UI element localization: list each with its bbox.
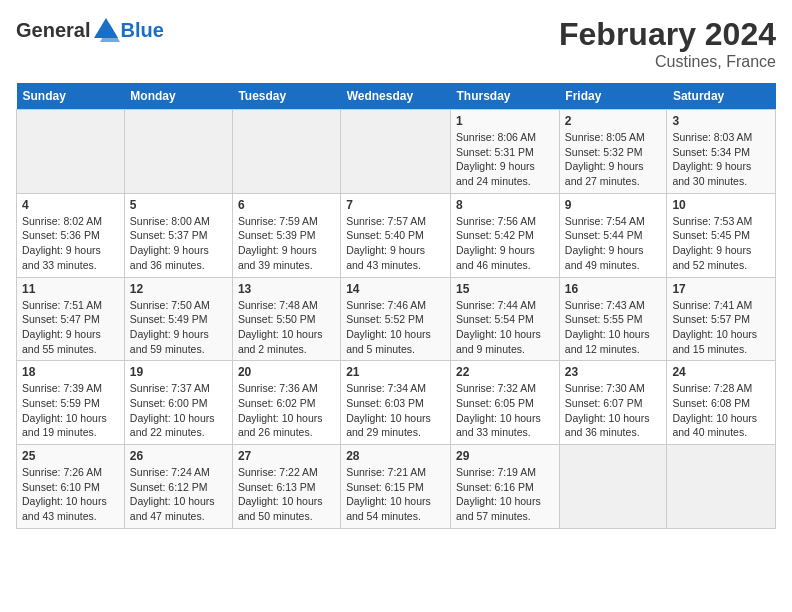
day-number: 10 — [672, 198, 770, 212]
calendar-cell: 10Sunrise: 7:53 AM Sunset: 5:45 PM Dayli… — [667, 193, 776, 277]
day-number: 15 — [456, 282, 554, 296]
logo-blue-text: Blue — [120, 19, 163, 42]
calendar-cell: 11Sunrise: 7:51 AM Sunset: 5:47 PM Dayli… — [17, 277, 125, 361]
page-header: General Blue February 2024 Custines, Fra… — [16, 16, 776, 71]
day-number: 14 — [346, 282, 445, 296]
day-info: Sunrise: 7:24 AM Sunset: 6:12 PM Dayligh… — [130, 465, 227, 524]
calendar-cell: 29Sunrise: 7:19 AM Sunset: 6:16 PM Dayli… — [451, 445, 560, 529]
day-header-sunday: Sunday — [17, 83, 125, 110]
calendar-cell: 4Sunrise: 8:02 AM Sunset: 5:36 PM Daylig… — [17, 193, 125, 277]
calendar-cell: 23Sunrise: 7:30 AM Sunset: 6:07 PM Dayli… — [559, 361, 667, 445]
day-info: Sunrise: 8:00 AM Sunset: 5:37 PM Dayligh… — [130, 214, 227, 273]
calendar-cell: 26Sunrise: 7:24 AM Sunset: 6:12 PM Dayli… — [124, 445, 232, 529]
week-row-5: 25Sunrise: 7:26 AM Sunset: 6:10 PM Dayli… — [17, 445, 776, 529]
day-number: 2 — [565, 114, 662, 128]
day-info: Sunrise: 7:22 AM Sunset: 6:13 PM Dayligh… — [238, 465, 335, 524]
logo-icon — [92, 16, 120, 44]
day-info: Sunrise: 7:34 AM Sunset: 6:03 PM Dayligh… — [346, 381, 445, 440]
calendar-cell: 28Sunrise: 7:21 AM Sunset: 6:15 PM Dayli… — [341, 445, 451, 529]
day-number: 21 — [346, 365, 445, 379]
day-info: Sunrise: 7:50 AM Sunset: 5:49 PM Dayligh… — [130, 298, 227, 357]
calendar-cell: 22Sunrise: 7:32 AM Sunset: 6:05 PM Dayli… — [451, 361, 560, 445]
calendar-cell: 2Sunrise: 8:05 AM Sunset: 5:32 PM Daylig… — [559, 110, 667, 194]
day-number: 6 — [238, 198, 335, 212]
week-row-4: 18Sunrise: 7:39 AM Sunset: 5:59 PM Dayli… — [17, 361, 776, 445]
day-number: 3 — [672, 114, 770, 128]
day-info: Sunrise: 7:51 AM Sunset: 5:47 PM Dayligh… — [22, 298, 119, 357]
day-info: Sunrise: 8:06 AM Sunset: 5:31 PM Dayligh… — [456, 130, 554, 189]
calendar-cell: 21Sunrise: 7:34 AM Sunset: 6:03 PM Dayli… — [341, 361, 451, 445]
day-number: 19 — [130, 365, 227, 379]
title-block: February 2024 Custines, France — [559, 16, 776, 71]
day-number: 7 — [346, 198, 445, 212]
day-header-monday: Monday — [124, 83, 232, 110]
calendar-cell: 24Sunrise: 7:28 AM Sunset: 6:08 PM Dayli… — [667, 361, 776, 445]
week-row-1: 1Sunrise: 8:06 AM Sunset: 5:31 PM Daylig… — [17, 110, 776, 194]
calendar-cell: 25Sunrise: 7:26 AM Sunset: 6:10 PM Dayli… — [17, 445, 125, 529]
calendar-cell — [667, 445, 776, 529]
day-number: 16 — [565, 282, 662, 296]
day-number: 29 — [456, 449, 554, 463]
calendar-cell: 16Sunrise: 7:43 AM Sunset: 5:55 PM Dayli… — [559, 277, 667, 361]
week-row-3: 11Sunrise: 7:51 AM Sunset: 5:47 PM Dayli… — [17, 277, 776, 361]
calendar-subtitle: Custines, France — [559, 53, 776, 71]
day-header-thursday: Thursday — [451, 83, 560, 110]
day-number: 18 — [22, 365, 119, 379]
calendar-cell: 27Sunrise: 7:22 AM Sunset: 6:13 PM Dayli… — [232, 445, 340, 529]
calendar-cell: 7Sunrise: 7:57 AM Sunset: 5:40 PM Daylig… — [341, 193, 451, 277]
calendar-cell — [17, 110, 125, 194]
day-info: Sunrise: 7:53 AM Sunset: 5:45 PM Dayligh… — [672, 214, 770, 273]
calendar-cell: 9Sunrise: 7:54 AM Sunset: 5:44 PM Daylig… — [559, 193, 667, 277]
calendar-cell: 14Sunrise: 7:46 AM Sunset: 5:52 PM Dayli… — [341, 277, 451, 361]
calendar-cell: 5Sunrise: 8:00 AM Sunset: 5:37 PM Daylig… — [124, 193, 232, 277]
day-header-saturday: Saturday — [667, 83, 776, 110]
day-info: Sunrise: 8:05 AM Sunset: 5:32 PM Dayligh… — [565, 130, 662, 189]
calendar-cell: 8Sunrise: 7:56 AM Sunset: 5:42 PM Daylig… — [451, 193, 560, 277]
day-info: Sunrise: 7:48 AM Sunset: 5:50 PM Dayligh… — [238, 298, 335, 357]
calendar-cell: 3Sunrise: 8:03 AM Sunset: 5:34 PM Daylig… — [667, 110, 776, 194]
day-number: 27 — [238, 449, 335, 463]
day-header-tuesday: Tuesday — [232, 83, 340, 110]
day-number: 4 — [22, 198, 119, 212]
day-number: 12 — [130, 282, 227, 296]
day-header-friday: Friday — [559, 83, 667, 110]
day-info: Sunrise: 7:59 AM Sunset: 5:39 PM Dayligh… — [238, 214, 335, 273]
logo: General Blue — [16, 16, 164, 44]
day-number: 11 — [22, 282, 119, 296]
day-info: Sunrise: 7:39 AM Sunset: 5:59 PM Dayligh… — [22, 381, 119, 440]
calendar-cell — [559, 445, 667, 529]
day-info: Sunrise: 7:26 AM Sunset: 6:10 PM Dayligh… — [22, 465, 119, 524]
calendar-cell: 19Sunrise: 7:37 AM Sunset: 6:00 PM Dayli… — [124, 361, 232, 445]
day-number: 17 — [672, 282, 770, 296]
calendar-cell: 13Sunrise: 7:48 AM Sunset: 5:50 PM Dayli… — [232, 277, 340, 361]
day-number: 28 — [346, 449, 445, 463]
calendar-cell: 18Sunrise: 7:39 AM Sunset: 5:59 PM Dayli… — [17, 361, 125, 445]
day-number: 20 — [238, 365, 335, 379]
calendar-cell: 15Sunrise: 7:44 AM Sunset: 5:54 PM Dayli… — [451, 277, 560, 361]
day-number: 13 — [238, 282, 335, 296]
day-number: 25 — [22, 449, 119, 463]
calendar-cell — [232, 110, 340, 194]
day-header-wednesday: Wednesday — [341, 83, 451, 110]
day-info: Sunrise: 7:28 AM Sunset: 6:08 PM Dayligh… — [672, 381, 770, 440]
day-info: Sunrise: 7:57 AM Sunset: 5:40 PM Dayligh… — [346, 214, 445, 273]
calendar-header-row: SundayMondayTuesdayWednesdayThursdayFrid… — [17, 83, 776, 110]
day-info: Sunrise: 7:21 AM Sunset: 6:15 PM Dayligh… — [346, 465, 445, 524]
day-info: Sunrise: 7:37 AM Sunset: 6:00 PM Dayligh… — [130, 381, 227, 440]
calendar-cell: 6Sunrise: 7:59 AM Sunset: 5:39 PM Daylig… — [232, 193, 340, 277]
day-number: 26 — [130, 449, 227, 463]
calendar-cell: 20Sunrise: 7:36 AM Sunset: 6:02 PM Dayli… — [232, 361, 340, 445]
day-number: 9 — [565, 198, 662, 212]
day-number: 24 — [672, 365, 770, 379]
day-number: 5 — [130, 198, 227, 212]
day-info: Sunrise: 7:46 AM Sunset: 5:52 PM Dayligh… — [346, 298, 445, 357]
day-number: 23 — [565, 365, 662, 379]
day-info: Sunrise: 7:44 AM Sunset: 5:54 PM Dayligh… — [456, 298, 554, 357]
day-number: 1 — [456, 114, 554, 128]
calendar-table: SundayMondayTuesdayWednesdayThursdayFrid… — [16, 83, 776, 529]
logo-general-text: General — [16, 19, 90, 42]
day-info: Sunrise: 7:56 AM Sunset: 5:42 PM Dayligh… — [456, 214, 554, 273]
calendar-cell — [124, 110, 232, 194]
day-info: Sunrise: 8:03 AM Sunset: 5:34 PM Dayligh… — [672, 130, 770, 189]
day-info: Sunrise: 7:54 AM Sunset: 5:44 PM Dayligh… — [565, 214, 662, 273]
